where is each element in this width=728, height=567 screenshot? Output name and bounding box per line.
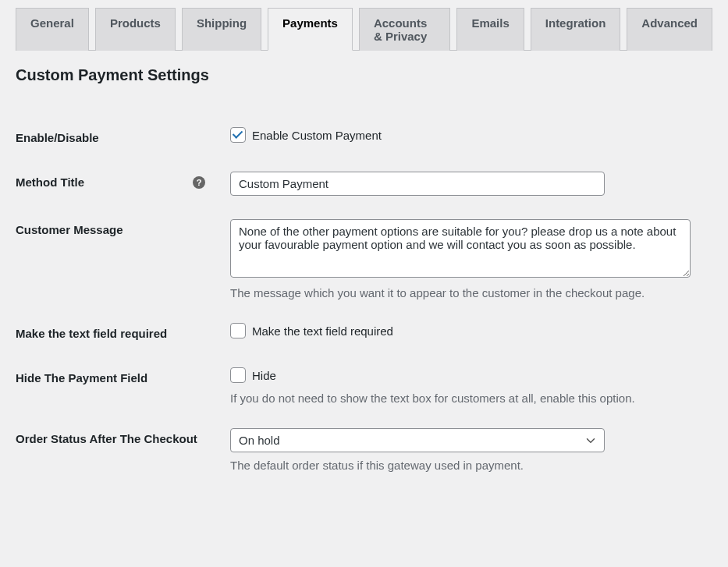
order-status-label: Order Status After The Checkout — [16, 416, 222, 484]
customer-message-label: Customer Message — [16, 207, 222, 311]
method-title-label: Method Title — [16, 175, 84, 189]
method-title-input[interactable] — [230, 172, 605, 196]
hide-field-label: Hide The Payment Field — [16, 356, 222, 416]
settings-tabs: General Products Shipping Payments Accou… — [16, 0, 712, 51]
customer-message-textarea[interactable]: None of the other payment options are su… — [230, 219, 691, 278]
text-required-checkbox[interactable] — [230, 323, 246, 338]
tab-emails[interactable]: Emails — [456, 8, 524, 51]
tab-shipping[interactable]: Shipping — [182, 8, 261, 51]
hide-field-description: If you do not need to show the text box … — [230, 392, 705, 405]
enable-custom-payment-text: Enable Custom Payment — [252, 129, 382, 142]
hide-field-text: Hide — [252, 369, 276, 382]
text-required-text: Make the text field required — [252, 324, 393, 338]
order-status-select[interactable]: On hold — [230, 428, 605, 452]
page-title: Custom Payment Settings — [16, 66, 712, 84]
settings-form: Enable/Disable Enable Custom Payment Met… — [16, 115, 712, 484]
help-icon[interactable]: ? — [193, 176, 205, 189]
text-required-label: Make the text field required — [16, 311, 222, 356]
enable-custom-payment-checkbox[interactable] — [230, 127, 246, 143]
tab-general[interactable]: General — [16, 8, 89, 51]
tab-integration[interactable]: Integration — [531, 8, 621, 51]
hide-field-wrapper[interactable]: Hide — [230, 367, 276, 383]
tab-payments[interactable]: Payments — [268, 8, 353, 51]
text-required-wrapper[interactable]: Make the text field required — [230, 323, 393, 338]
enable-custom-payment-wrapper[interactable]: Enable Custom Payment — [230, 127, 382, 143]
tab-products[interactable]: Products — [95, 8, 176, 51]
tab-accounts-privacy[interactable]: Accounts & Privacy — [359, 8, 451, 51]
tab-advanced[interactable]: Advanced — [627, 8, 712, 51]
settings-content: Custom Payment Settings Enable/Disable E… — [0, 51, 728, 499]
order-status-description: The default order status if this gateway… — [230, 459, 705, 472]
enable-disable-label: Enable/Disable — [16, 115, 222, 160]
customer-message-description: The message which you want it to appear … — [230, 286, 705, 299]
hide-field-checkbox[interactable] — [230, 367, 246, 383]
